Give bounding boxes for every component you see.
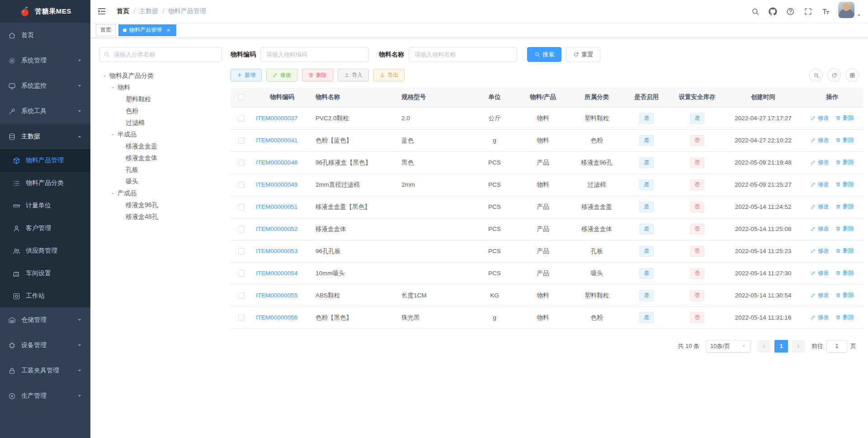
tree-node[interactable]: 产成品 bbox=[99, 188, 222, 199]
sidebar-item-fixture[interactable]: 工装夹具管理 bbox=[0, 358, 90, 383]
row-delete-link[interactable]: 删除 bbox=[835, 137, 854, 144]
sidebar-item-device[interactable]: 设备管理 bbox=[0, 333, 90, 358]
caret-down-icon[interactable] bbox=[108, 191, 118, 196]
material-code-input[interactable] bbox=[260, 47, 369, 62]
material-code-link[interactable]: ITEM00000056 bbox=[256, 314, 297, 321]
next-page-button[interactable] bbox=[792, 340, 805, 353]
edit-button[interactable]: 修改 bbox=[266, 69, 297, 81]
row-edit-link[interactable]: 修改 bbox=[811, 292, 829, 299]
row-delete-link[interactable]: 删除 bbox=[835, 314, 854, 321]
goto-page-input[interactable] bbox=[826, 340, 847, 353]
toggle-search-button[interactable] bbox=[809, 68, 823, 82]
tree-node[interactable]: 半成品 bbox=[99, 129, 222, 141]
caret-down-icon[interactable] bbox=[99, 73, 109, 79]
row-delete-link[interactable]: 删除 bbox=[835, 181, 854, 188]
row-checkbox[interactable] bbox=[238, 115, 245, 122]
breadcrumb-item[interactable]: 主数据 bbox=[139, 7, 158, 15]
row-edit-link[interactable]: 修改 bbox=[811, 314, 829, 321]
row-checkbox[interactable] bbox=[238, 204, 245, 210]
row-edit-link[interactable]: 修改 bbox=[811, 225, 829, 233]
row-edit-link[interactable]: 修改 bbox=[811, 247, 829, 255]
github-link[interactable] bbox=[764, 0, 782, 23]
sidebar-item-customer[interactable]: 客户管理 bbox=[0, 217, 90, 240]
row-checkbox[interactable] bbox=[238, 292, 245, 299]
sidebar-item-database[interactable]: 主数据 bbox=[0, 124, 90, 149]
row-checkbox[interactable] bbox=[238, 137, 245, 144]
sidebar-item-unit[interactable]: 计量单位 bbox=[0, 194, 90, 217]
tree-node[interactable]: 过滤棉 bbox=[99, 117, 222, 129]
row-delete-link[interactable]: 删除 bbox=[835, 247, 854, 255]
page-size-select[interactable]: 10条/页 bbox=[706, 340, 751, 353]
sidebar-toggle-button[interactable] bbox=[90, 0, 113, 23]
sidebar-item-monitor[interactable]: 系统监控 bbox=[0, 73, 90, 99]
row-edit-link[interactable]: 修改 bbox=[811, 137, 829, 144]
delete-button[interactable]: 删除 bbox=[302, 69, 333, 81]
sidebar-item-gear[interactable]: 系统管理 bbox=[0, 48, 90, 73]
import-button[interactable]: 导入 bbox=[338, 69, 369, 81]
sidebar-item-category[interactable]: 物料产品分类 bbox=[0, 172, 90, 194]
prev-page-button[interactable] bbox=[757, 340, 771, 353]
row-checkbox[interactable] bbox=[238, 182, 245, 188]
material-code-link[interactable]: ITEM00000055 bbox=[256, 292, 297, 299]
tab-1[interactable]: 物料产品管理× bbox=[118, 24, 176, 36]
tree-node[interactable]: 物料 bbox=[99, 82, 222, 94]
export-button[interactable]: 导出 bbox=[373, 69, 405, 81]
tab-close-icon[interactable]: × bbox=[165, 27, 172, 33]
tab-0[interactable]: 首页 bbox=[96, 24, 116, 36]
row-checkbox[interactable] bbox=[238, 315, 245, 321]
header-search-button[interactable] bbox=[746, 0, 764, 23]
select-all-checkbox[interactable] bbox=[238, 94, 245, 100]
columns-toggle-button[interactable] bbox=[845, 68, 859, 82]
page-number-button[interactable]: 1 bbox=[774, 340, 788, 353]
tree-node[interactable]: 物料及产品分类 bbox=[99, 70, 222, 82]
material-code-link[interactable]: ITEM00000052 bbox=[256, 226, 297, 232]
refresh-table-button[interactable] bbox=[827, 68, 841, 82]
row-delete-link[interactable]: 删除 bbox=[835, 159, 854, 166]
reset-button[interactable]: 重置 bbox=[566, 47, 600, 62]
fullscreen-button[interactable] bbox=[799, 0, 817, 23]
row-edit-link[interactable]: 修改 bbox=[811, 269, 829, 277]
search-button[interactable]: 搜索 bbox=[527, 47, 561, 62]
row-delete-link[interactable]: 删除 bbox=[835, 203, 854, 211]
row-checkbox[interactable] bbox=[238, 270, 245, 277]
row-checkbox[interactable] bbox=[238, 248, 245, 254]
material-code-link[interactable]: ITEM00000037 bbox=[256, 115, 297, 122]
sidebar-item-workshop[interactable]: 车间设置 bbox=[0, 262, 90, 285]
row-edit-link[interactable]: 修改 bbox=[811, 114, 829, 122]
material-code-link[interactable]: ITEM00000041 bbox=[256, 137, 297, 144]
caret-down-icon[interactable] bbox=[108, 85, 118, 90]
breadcrumb-item[interactable]: 首页 bbox=[117, 7, 129, 15]
help-button[interactable] bbox=[782, 0, 799, 23]
sidebar-item-material[interactable]: 物料产品管理 bbox=[0, 149, 90, 172]
row-delete-link[interactable]: 删除 bbox=[835, 225, 854, 233]
tree-node[interactable]: 吸头 bbox=[99, 176, 222, 188]
tree-node[interactable]: 移液盒盒体 bbox=[99, 152, 222, 164]
app-logo[interactable]: 苦糖果MES bbox=[0, 0, 90, 23]
sidebar-item-tools[interactable]: 系统工具 bbox=[0, 99, 90, 124]
tree-node[interactable]: 色粉 bbox=[99, 105, 222, 117]
sidebar-item-workstation[interactable]: 工作站 bbox=[0, 285, 90, 307]
row-delete-link[interactable]: 删除 bbox=[835, 114, 854, 122]
tree-node[interactable]: 塑料颗粒 bbox=[99, 94, 222, 105]
tree-node[interactable]: 移液盒盒盖 bbox=[99, 141, 222, 152]
material-code-link[interactable]: ITEM00000051 bbox=[256, 203, 297, 210]
tree-node[interactable]: 孔板 bbox=[99, 164, 222, 176]
row-delete-link[interactable]: 删除 bbox=[835, 292, 854, 299]
row-delete-link[interactable]: 删除 bbox=[835, 269, 854, 277]
font-size-button[interactable] bbox=[817, 0, 835, 23]
sidebar-item-production[interactable]: 生产管理 bbox=[0, 383, 90, 409]
sidebar-item-home[interactable]: 首页 bbox=[0, 23, 90, 48]
row-edit-link[interactable]: 修改 bbox=[811, 159, 829, 166]
category-search-input[interactable] bbox=[99, 47, 222, 62]
material-code-link[interactable]: ITEM00000054 bbox=[256, 270, 297, 277]
caret-down-icon[interactable] bbox=[108, 132, 118, 137]
tree-node[interactable]: 移液盒48孔 bbox=[99, 211, 222, 223]
user-menu[interactable] bbox=[838, 2, 862, 21]
row-checkbox[interactable] bbox=[238, 160, 245, 166]
material-code-link[interactable]: ITEM00000053 bbox=[256, 248, 297, 254]
material-code-link[interactable]: ITEM00000049 bbox=[256, 181, 297, 188]
sidebar-item-warehouse[interactable]: 仓储管理 bbox=[0, 307, 90, 333]
row-checkbox[interactable] bbox=[238, 226, 245, 232]
row-edit-link[interactable]: 修改 bbox=[811, 203, 829, 211]
material-name-input[interactable] bbox=[409, 47, 517, 62]
